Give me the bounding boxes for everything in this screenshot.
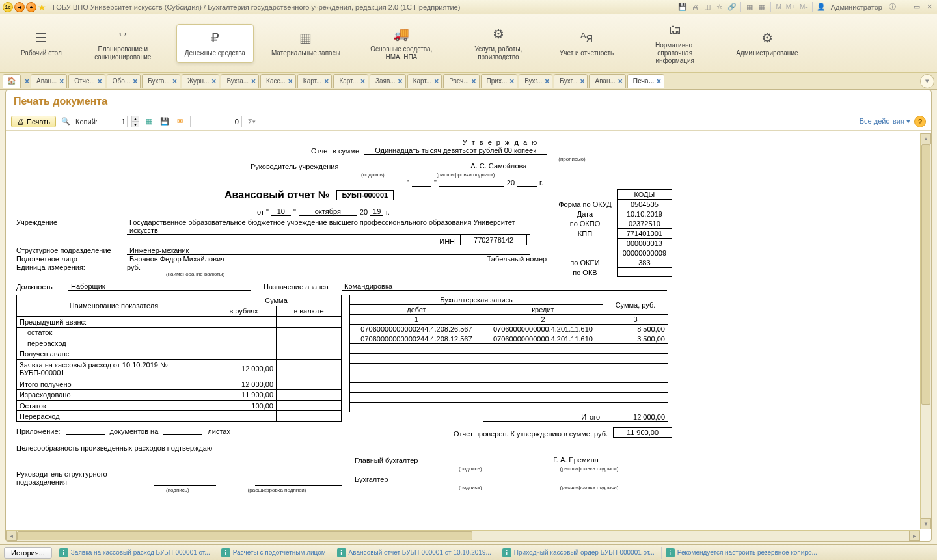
- tab-0[interactable]: Аван...×: [31, 74, 67, 88]
- status-link-0[interactable]: iЗаявка на кассовый расход БУБП-000001 о…: [55, 547, 214, 559]
- calendar-icon[interactable]: ▦: [757, 2, 767, 12]
- status-link-3[interactable]: iПриходный кассовый ордер БУБП-000001 от…: [498, 547, 659, 559]
- dept-label: Структурное подразделение: [16, 247, 120, 255]
- info-icon[interactable]: ⓘ: [887, 2, 897, 12]
- nav-materials[interactable]: ▦Материальные запасы: [264, 25, 348, 62]
- spin-down[interactable]: ▼: [131, 122, 139, 127]
- nav-money[interactable]: ₽Денежные средства: [176, 24, 254, 63]
- status-link-1[interactable]: iРасчеты с подотчетным лицом: [217, 547, 330, 559]
- document-viewport[interactable]: У т в е р ж д а ю Отчет в сумме Одиннадц…: [6, 133, 931, 541]
- status-link-2[interactable]: iАвансовый отчет БУБП-000001 от 10.10.20…: [333, 547, 495, 559]
- print-icon[interactable]: 🖨: [690, 2, 700, 12]
- scroll-down[interactable]: ▼: [921, 518, 931, 529]
- tab-11[interactable]: Расч...×: [443, 74, 479, 88]
- tab-14[interactable]: Бухг...×: [554, 74, 588, 88]
- tab-close-icon[interactable]: ×: [472, 77, 476, 86]
- person-label: Подотчетное лицо: [16, 255, 120, 263]
- sum-input[interactable]: [190, 116, 242, 127]
- tab-5[interactable]: Бухга...×: [221, 74, 259, 88]
- tab-close-icon[interactable]: ×: [545, 77, 549, 86]
- tab-3[interactable]: Бухга...×: [142, 74, 180, 88]
- tab-7[interactable]: Карт...×: [297, 74, 333, 88]
- mail-icon[interactable]: ✉: [174, 116, 186, 127]
- tab-close-icon[interactable]: ×: [211, 77, 216, 86]
- tab-1[interactable]: Отче...×: [68, 74, 105, 88]
- scroll-right[interactable]: ►: [909, 531, 920, 541]
- planning-icon: ↔: [116, 26, 129, 42]
- nav-back-icon[interactable]: ◄: [14, 2, 25, 12]
- tab-close-icon[interactable]: ×: [580, 77, 584, 86]
- tab-16[interactable]: Печа...×: [627, 74, 664, 88]
- vscroll-thumb[interactable]: [921, 144, 930, 405]
- tab-8[interactable]: Карт...×: [333, 74, 368, 88]
- tab-close-icon[interactable]: ×: [618, 77, 623, 86]
- tab-close-icon[interactable]: ×: [288, 77, 293, 86]
- tab-close-icon[interactable]: ×: [360, 77, 365, 86]
- link-icon[interactable]: 🔗: [727, 2, 737, 12]
- money-icon: ₽: [211, 30, 219, 46]
- tab-close-icon[interactable]: ×: [657, 77, 661, 86]
- memory-m[interactable]: M: [774, 3, 782, 10]
- nav-desktop[interactable]: ☰Рабочий стол: [13, 25, 70, 62]
- nav-planning[interactable]: ↔Планирование и санкционирование: [79, 21, 167, 66]
- home-close[interactable]: ×: [25, 77, 29, 86]
- calc-icon[interactable]: ▦: [744, 2, 755, 12]
- copies-input[interactable]: [102, 116, 128, 127]
- star-icon[interactable]: ☆: [714, 2, 725, 12]
- nav-admin[interactable]: ⚙Администрирование: [728, 25, 806, 62]
- spin-up[interactable]: ▲: [131, 116, 139, 122]
- tab-close-icon[interactable]: ×: [59, 77, 64, 86]
- disk-icon[interactable]: 💾: [159, 116, 170, 127]
- tabs-dropdown[interactable]: ▾: [920, 74, 934, 88]
- org-label: Учреждение: [16, 219, 120, 235]
- compare-icon[interactable]: ◫: [702, 2, 713, 12]
- home-tab[interactable]: 🏠: [3, 74, 21, 88]
- tab-close-icon[interactable]: ×: [509, 77, 514, 86]
- nav-services[interactable]: ⚙Услуги, работы, производство: [455, 21, 542, 66]
- help-button[interactable]: ?: [914, 116, 926, 127]
- tab-6[interactable]: Касс...×: [260, 74, 296, 88]
- hscroll-thumb[interactable]: [17, 531, 472, 540]
- all-actions[interactable]: Все действия ▾: [860, 117, 910, 126]
- horizontal-scrollbar[interactable]: ◄ ►: [6, 530, 920, 541]
- print-button[interactable]: 🖨 Печать: [11, 116, 56, 127]
- vertical-scrollbar[interactable]: ▲ ▼: [920, 133, 931, 529]
- grid-icon[interactable]: ▦: [143, 116, 155, 127]
- minimize-icon[interactable]: —: [899, 2, 910, 12]
- close-icon[interactable]: ✕: [924, 2, 934, 12]
- tab-13[interactable]: Бухг...×: [519, 74, 552, 88]
- scroll-up[interactable]: ▲: [921, 133, 931, 144]
- nav-fwd-icon[interactable]: ●: [26, 2, 36, 12]
- tab-12[interactable]: Прих...×: [481, 74, 518, 88]
- tab-2[interactable]: Обо...×: [107, 74, 141, 88]
- tab-close-icon[interactable]: ×: [324, 77, 329, 86]
- unit: руб.: [127, 263, 141, 271]
- nav-assets[interactable]: 🚚Основные средства, НМА, НПА: [358, 21, 445, 66]
- sigma-icon[interactable]: Σ▾: [246, 116, 258, 127]
- tab-close-icon[interactable]: ×: [434, 77, 439, 86]
- tab-15[interactable]: Аван...×: [589, 74, 625, 88]
- status-link-4[interactable]: iРекомендуется настроить резервное копир…: [661, 547, 821, 559]
- tab-10[interactable]: Карт...×: [407, 74, 442, 88]
- tab-close-icon[interactable]: ×: [251, 77, 256, 86]
- tab-close-icon[interactable]: ×: [398, 77, 403, 86]
- tab-9[interactable]: Заяв...×: [370, 74, 406, 88]
- memory-mplus[interactable]: M+: [785, 3, 796, 10]
- nav-reference[interactable]: 🗂Нормативно-справочная информация: [631, 17, 718, 70]
- scroll-left[interactable]: ◄: [6, 531, 17, 541]
- preview-icon[interactable]: 🔍: [60, 116, 72, 127]
- memory-mminus[interactable]: M-: [798, 3, 809, 10]
- favorite-icon[interactable]: ★: [38, 2, 46, 12]
- info-icon: i: [337, 548, 346, 557]
- tab-close-icon[interactable]: ×: [98, 77, 102, 86]
- maximize-icon[interactable]: ▭: [912, 2, 922, 12]
- tab-close-icon[interactable]: ×: [133, 77, 137, 86]
- tab-close-icon[interactable]: ×: [172, 77, 177, 86]
- statusbar: История... iЗаявка на кассовый расход БУ…: [0, 544, 937, 560]
- save-icon[interactable]: 💾: [677, 2, 688, 12]
- history-button[interactable]: История...: [4, 547, 52, 559]
- checked-sum: 11 900,00: [613, 427, 672, 438]
- nav-reports[interactable]: ᴬяУчет и отчетность: [552, 25, 621, 62]
- tab-4[interactable]: Журн...×: [182, 74, 219, 88]
- tabs-bar: 🏠 × Аван...× Отче...× Обо...× Бухга...× …: [0, 73, 937, 90]
